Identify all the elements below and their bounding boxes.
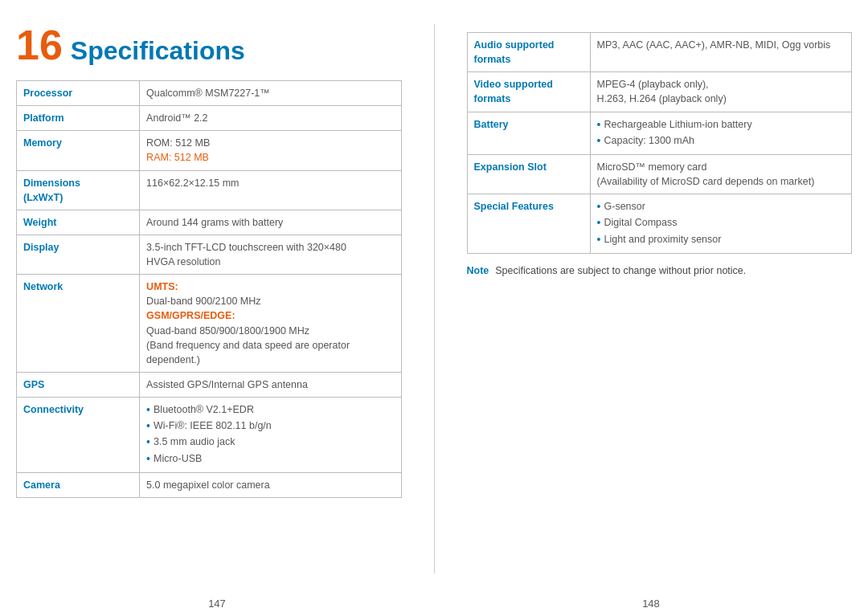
network-line: UMTS:: [146, 279, 394, 294]
spec-label: Battery: [467, 112, 590, 154]
bullet-item: •Micro-USB: [146, 451, 394, 466]
spec-value: •Bluetooth® V2.1+EDR•Wi-Fi®: IEEE 802.11…: [140, 398, 401, 473]
bullet-item: •Bluetooth® V2.1+EDR: [146, 402, 394, 417]
network-line: Dual-band 900/2100 MHz: [146, 294, 394, 308]
spec-value: Android™ 2.2: [140, 106, 401, 131]
spec-label: Camera: [17, 472, 140, 497]
page-divider: [434, 24, 435, 573]
spec-value: •Rechargeable Lithium-ion battery•Capaci…: [590, 112, 851, 154]
spec-value: 116×62.2×12.15 mm: [140, 170, 401, 210]
note-section: NoteSpecifications are subject to change…: [467, 265, 853, 276]
spec-label: Memory: [17, 131, 140, 170]
spec-value: MicroSD™ memory card (Availability of Mi…: [590, 154, 851, 194]
bullet-dot: •: [146, 434, 150, 449]
network-line: Quad-band 850/900/1800/1900 MHz: [146, 324, 394, 338]
bullet-dot: •: [597, 199, 601, 214]
bullet-item: •Rechargeable Lithium-ion battery: [597, 117, 845, 132]
bullet-item: •Wi-Fi®: IEEE 802.11 b/g/n: [146, 418, 394, 433]
network-line: (Band frequency and data speed are opera…: [146, 338, 394, 367]
bullet-text: Rechargeable Lithium-ion battery: [604, 117, 752, 132]
page-number-right: 148: [434, 598, 868, 610]
bullet-dot: •: [597, 215, 601, 230]
bullet-text: Wi-Fi®: IEEE 802.11 b/g/n: [154, 418, 272, 433]
page-header: 16 Specifications: [16, 24, 402, 66]
note-label: Note: [467, 265, 489, 276]
right-page: Audio supported formatsMP3, AAC (AAC, AA…: [467, 24, 853, 573]
spec-label: Audio supported formats: [467, 33, 590, 72]
spec-label: Video supported formats: [467, 72, 590, 112]
bullet-text: Bluetooth® V2.1+EDR: [154, 402, 254, 417]
page-title: Specifications: [71, 38, 245, 63]
specs-table-left: ProcessorQualcomm® MSM7227-1™PlatformAnd…: [16, 80, 402, 498]
bullet-text: Capacity: 1300 mAh: [604, 133, 695, 148]
bullet-text: Digital Compass: [604, 215, 678, 230]
bullet-text: Light and proximity sensor: [604, 232, 722, 247]
spec-value: 5.0 megapixel color camera: [140, 472, 401, 497]
spec-value: MPEG-4 (playback only), H.263, H.264 (pl…: [590, 72, 851, 112]
page-number-left: 147: [0, 598, 434, 610]
spec-value: 3.5-inch TFT-LCD touchscreen with 320×48…: [140, 235, 401, 274]
spec-label: Display: [17, 235, 140, 274]
spec-value: Qualcomm® MSM7227-1™: [140, 81, 401, 106]
spec-value: •G-sensor•Digital Compass•Light and prox…: [590, 194, 851, 254]
bullet-dot: •: [597, 133, 601, 148]
chapter-number: 16: [16, 24, 63, 66]
bullet-dot: •: [146, 418, 150, 433]
note-text: Specifications are subject to change wit…: [495, 265, 746, 276]
spec-label: Special Features: [467, 194, 590, 254]
spec-label: Processor: [17, 81, 140, 106]
spec-label: Connectivity: [17, 398, 140, 473]
bullet-text: G-sensor: [604, 199, 645, 214]
spec-label: Platform: [17, 106, 140, 131]
bullet-dot: •: [597, 117, 601, 132]
bullet-item: •Digital Compass: [597, 215, 845, 230]
network-line: GSM/GPRS/EDGE:: [146, 308, 394, 323]
spec-label: Expansion Slot: [467, 154, 590, 194]
spec-value: Assisted GPS/Internal GPS antenna: [140, 372, 401, 397]
spec-value: MP3, AAC (AAC, AAC+), AMR-NB, MIDI, Ogg …: [590, 33, 851, 72]
spec-label: Dimensions (LxWxT): [17, 170, 140, 210]
bullet-text: Micro-USB: [154, 451, 202, 466]
spec-value: ROM: 512 MBRAM: 512 MB: [140, 131, 401, 170]
bullet-item: •G-sensor: [597, 199, 845, 214]
spec-value: UMTS:Dual-band 900/2100 MHzGSM/GPRS/EDGE…: [140, 275, 401, 373]
bullet-item: •3.5 mm audio jack: [146, 434, 394, 449]
bullet-dot: •: [146, 451, 150, 466]
spec-label: Network: [17, 275, 140, 373]
spec-label: GPS: [17, 372, 140, 397]
bullet-item: •Capacity: 1300 mAh: [597, 133, 845, 148]
footer: 147 148: [0, 589, 868, 616]
bullet-item: •Light and proximity sensor: [597, 232, 845, 247]
bullet-text: 3.5 mm audio jack: [154, 434, 235, 449]
specs-table-right: Audio supported formatsMP3, AAC (AAC, AA…: [467, 32, 853, 254]
bullet-dot: •: [597, 232, 601, 247]
spec-value: Around 144 grams with battery: [140, 210, 401, 235]
spec-label: Weight: [17, 210, 140, 235]
bullet-dot: •: [146, 402, 150, 417]
left-page: 16 Specifications ProcessorQualcomm® MSM…: [16, 24, 402, 573]
